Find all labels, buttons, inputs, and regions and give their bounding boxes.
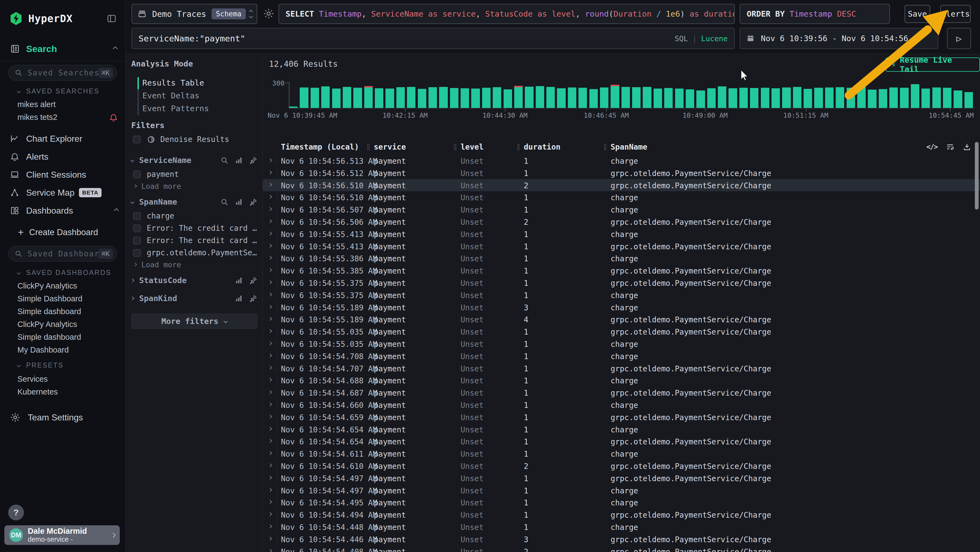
chart-bar[interactable]: [557, 88, 565, 108]
expand-row-icon[interactable]: [268, 354, 272, 357]
column-header-timestamp-local-[interactable]: Timestamp (Local): [281, 142, 359, 152]
table-row[interactable]: Nov 6 10:54:54.611 AMpaymentUnset1charge: [263, 447, 980, 459]
expand-row-icon[interactable]: [268, 390, 272, 394]
table-row[interactable]: Nov 6 10:54:54.497 AMpaymentUnset1charge: [263, 484, 980, 496]
chart-bar[interactable]: [579, 88, 587, 108]
column-drag-handle[interactable]: [367, 143, 370, 151]
chart-bar[interactable]: [782, 88, 791, 108]
expand-row-icon[interactable]: [268, 317, 272, 321]
expand-row-icon[interactable]: [268, 329, 272, 333]
table-row[interactable]: Nov 6 10:54:54.707 AMpaymentUnset1grpc.o…: [263, 362, 980, 374]
filter-checkbox-item[interactable]: payment: [133, 168, 258, 180]
expand-row-icon[interactable]: [268, 402, 272, 406]
filter-checkbox-item[interactable]: grpc.oteldemo.PaymentSe…: [133, 247, 258, 259]
table-row[interactable]: Nov 6 10:54:54.494 AMpaymentUnset1grpc.o…: [263, 508, 980, 521]
chart-bar[interactable]: [300, 88, 308, 108]
table-row[interactable]: Nov 6 10:54:55.375 AMpaymentUnset1grpc.o…: [263, 276, 980, 289]
analysis-mode-results-table[interactable]: Results Table: [142, 76, 257, 89]
table-row[interactable]: Nov 6 10:54:55.413 AMpaymentUnset1charge: [263, 228, 980, 240]
run-search-button[interactable]: ▷: [947, 28, 971, 49]
expand-row-icon[interactable]: [268, 171, 272, 174]
table-row[interactable]: Nov 6 10:54:54.495 AMpaymentUnset1charge: [263, 496, 980, 508]
checkbox[interactable]: [133, 171, 141, 178]
chart-bar[interactable]: [461, 88, 469, 108]
checkbox[interactable]: [133, 237, 141, 244]
expand-row-icon[interactable]: [268, 305, 272, 309]
chart-bar[interactable]: [622, 87, 630, 108]
expand-row-icon[interactable]: [268, 268, 272, 272]
analysis-mode-event-patterns[interactable]: Event Patterns: [142, 102, 257, 115]
checkbox[interactable]: [133, 136, 141, 143]
table-row[interactable]: Nov 6 10:54:54.497 AMpaymentUnset1grpc.o…: [263, 472, 980, 484]
saved-searches-input[interactable]: Saved Searches ⌘K: [8, 65, 117, 81]
chart-bar[interactable]: [428, 87, 437, 108]
expand-row-icon[interactable]: [268, 427, 272, 431]
table-row[interactable]: Nov 6 10:54:56.510 AMpaymentUnset1charge: [263, 191, 980, 203]
chart-bar[interactable]: [836, 87, 844, 108]
expand-row-icon[interactable]: [268, 207, 272, 211]
expand-row-icon[interactable]: [268, 488, 272, 492]
column-header-service[interactable]: service: [374, 142, 406, 152]
load-more-button[interactable]: Load more: [134, 180, 258, 192]
chart-bar[interactable]: [643, 87, 651, 108]
chart-bar[interactable]: [814, 88, 822, 108]
sidebar-saved-dashboard-item[interactable]: ClickPy Analytics: [18, 318, 118, 331]
chart-bar[interactable]: [514, 87, 523, 108]
chart-bar[interactable]: [879, 89, 887, 108]
table-row[interactable]: Nov 6 10:54:55.413 AMpaymentUnset1grpc.o…: [263, 240, 980, 252]
chart-bar[interactable]: [632, 87, 641, 108]
filter-group-spanname[interactable]: SpanName: [131, 194, 258, 210]
chart-bar[interactable]: [310, 88, 319, 108]
table-row[interactable]: Nov 6 10:54:56.506 AMpaymentUnset2grpc.o…: [263, 215, 980, 228]
column-config-icon[interactable]: </>: [926, 143, 937, 151]
table-row[interactable]: Nov 6 10:54:55.189 AMpaymentUnset4grpc.o…: [263, 313, 980, 325]
chart-bar[interactable]: [964, 92, 973, 108]
column-header-duration[interactable]: duration: [524, 142, 560, 152]
table-row[interactable]: Nov 6 10:54:54.654 AMpaymentUnset1charge: [263, 423, 980, 436]
date-range-picker[interactable]: Nov 6 10:39:56 - Nov 6 10:54:56: [740, 28, 939, 49]
sidebar-item-chart-explorer[interactable]: Chart Explorer: [10, 130, 118, 148]
filter-checkbox-item[interactable]: Error: The credit card …: [133, 222, 258, 234]
chart-bar[interactable]: [825, 88, 834, 108]
expand-row-icon[interactable]: [268, 366, 272, 370]
expand-row-icon[interactable]: [268, 525, 272, 528]
chart-bar[interactable]: [900, 88, 908, 108]
order-by-input[interactable]: ORDER BY Timestamp DESC: [740, 4, 890, 24]
table-row[interactable]: Nov 6 10:54:56.507 AMpaymentUnset1charge: [263, 203, 980, 215]
alerts-button[interactable]: Alerts: [940, 5, 971, 23]
saved-dashboards-input[interactable]: Saved Dashboards ⌘K: [8, 246, 117, 262]
table-row[interactable]: Nov 6 10:54:54.654 AMpaymentUnset1grpc.o…: [263, 435, 980, 447]
expand-row-icon[interactable]: [268, 244, 272, 248]
chart-bar[interactable]: [321, 86, 330, 108]
checkbox[interactable]: [133, 225, 141, 232]
sidebar-saved-dashboard-item[interactable]: ClickPy Analytics: [18, 279, 118, 292]
chart-bar[interactable]: [664, 88, 673, 108]
chart-bar[interactable]: [750, 88, 759, 108]
expand-row-icon[interactable]: [268, 378, 272, 382]
sidebar-preset-item[interactable]: Kubernetes: [18, 386, 118, 398]
mode-lucene[interactable]: Lucene: [701, 34, 728, 43]
chart-bar[interactable]: [696, 91, 705, 108]
sidebar-collapse-icon[interactable]: [106, 13, 117, 24]
sidebar-saved-dashboard-item[interactable]: My Dashboard: [18, 343, 118, 356]
checkbox[interactable]: [133, 249, 141, 257]
chart-bar[interactable]: [471, 89, 480, 108]
user-card[interactable]: DM Dale McDiarmid demo-service -: [4, 525, 120, 545]
expand-row-icon[interactable]: [268, 183, 272, 187]
sidebar-saved-dashboard-item[interactable]: Simple dashboard: [18, 331, 118, 343]
chart-bar[interactable]: [686, 89, 694, 108]
filter-group-servicename[interactable]: ServiceName: [131, 152, 258, 168]
expand-row-icon[interactable]: [268, 195, 272, 199]
table-row[interactable]: Nov 6 10:54:54.660 AMpaymentUnset1charge: [263, 399, 980, 411]
expand-row-icon[interactable]: [268, 293, 272, 297]
chart-bar[interactable]: [772, 88, 780, 108]
table-row[interactable]: Nov 6 10:54:55.189 AMpaymentUnset3charge: [263, 301, 980, 313]
saved-dashboards-header[interactable]: SAVED DASHBOARDS: [18, 269, 111, 276]
filter-group-statuscode[interactable]: StatusCode: [131, 273, 258, 288]
chart-bar[interactable]: [761, 88, 769, 108]
chart-bar[interactable]: [654, 89, 662, 108]
chevron-up-icon[interactable]: [113, 46, 118, 51]
chart-bar[interactable]: [611, 86, 619, 108]
chart-bar[interactable]: [793, 87, 802, 108]
chart-bar[interactable]: [536, 86, 544, 108]
